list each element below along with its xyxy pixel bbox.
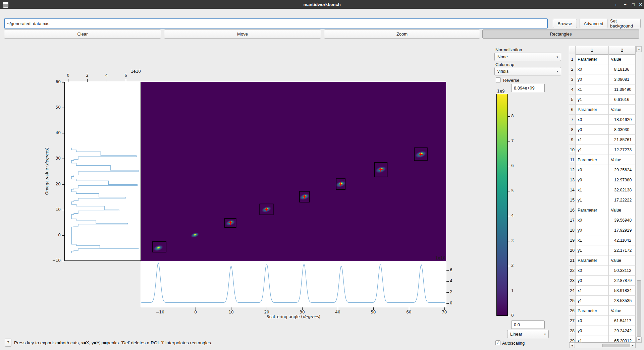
- table-row[interactable]: 25y128.53535: [569, 296, 636, 306]
- table-row[interactable]: 29x165.20312: [569, 336, 636, 342]
- parameter-cell[interactable]: x1: [576, 235, 609, 245]
- parameter-cell[interactable]: y1: [576, 296, 609, 306]
- value-cell[interactable]: 61.54117: [609, 316, 636, 326]
- parameter-cell[interactable]: y1: [576, 145, 609, 155]
- value-cell[interactable]: 8.18136: [609, 64, 636, 74]
- scroll-right-icon[interactable]: ▶: [630, 343, 636, 348]
- table-row[interactable]: 10y112.27273: [569, 145, 636, 155]
- parameter-cell[interactable]: Parameter: [576, 255, 609, 266]
- table-row[interactable]: 16ParameterValue: [569, 205, 636, 215]
- minimize-icon[interactable]: −: [621, 0, 629, 9]
- table-row[interactable]: 7x018.04620: [569, 115, 636, 125]
- file-path-input[interactable]: ~/generated_data.nxs: [4, 18, 548, 28]
- bottom-cut-plot[interactable]: [141, 262, 446, 307]
- colorbar-min-input[interactable]: 0.0: [511, 320, 545, 329]
- clear-button[interactable]: Clear: [4, 30, 161, 39]
- value-cell[interactable]: 17.22222: [609, 195, 636, 205]
- parameter-cell[interactable]: x1: [576, 185, 609, 195]
- colorbar-max-input[interactable]: 8.894e+09: [511, 84, 545, 92]
- parameter-cell[interactable]: x0: [576, 316, 609, 326]
- table-row[interactable]: 6ParameterValue: [569, 105, 636, 115]
- parameter-cell[interactable]: x1: [576, 84, 609, 95]
- value-cell[interactable]: 22.87879: [609, 276, 636, 286]
- parameter-cell[interactable]: x0: [576, 266, 609, 276]
- value-cell[interactable]: 18.04620: [609, 115, 636, 125]
- value-cell[interactable]: 32.02138: [609, 185, 636, 195]
- value-cell[interactable]: 42.11042: [609, 235, 636, 245]
- table-row[interactable]: 5y16.61616: [569, 95, 636, 105]
- value-cell[interactable]: 12.27273: [609, 145, 636, 155]
- value-cell[interactable]: 29.25624: [609, 165, 636, 175]
- help-button[interactable]: ?: [5, 339, 11, 347]
- value-cell[interactable]: 53.91834: [609, 286, 636, 296]
- close-icon[interactable]: ✕: [637, 0, 644, 9]
- table-vertical-scrollbar[interactable]: ▲ ▼: [636, 46, 642, 343]
- table-row[interactable]: 27x061.54117: [569, 316, 636, 326]
- parameter-cell[interactable]: y0: [576, 276, 609, 286]
- parameter-cell[interactable]: Parameter: [576, 205, 609, 215]
- reverse-checkbox[interactable]: [496, 77, 501, 82]
- parameter-cell[interactable]: y1: [576, 95, 609, 105]
- autoscaling-checkbox[interactable]: ✓: [495, 340, 500, 345]
- advanced-button[interactable]: Advanced: [580, 19, 607, 28]
- table-row[interactable]: 9x121.85761: [569, 135, 636, 145]
- raise-icon[interactable]: ↑: [612, 0, 620, 9]
- value-cell[interactable]: 65.20312: [609, 336, 636, 342]
- parameter-cell[interactable]: x0: [576, 64, 609, 74]
- table-row[interactable]: 2x08.18136: [569, 64, 636, 74]
- move-button[interactable]: Move: [164, 30, 321, 39]
- left-cut-plot[interactable]: [64, 82, 141, 261]
- value-cell[interactable]: 6.61616: [609, 95, 636, 105]
- rectangles-button[interactable]: Rectangles: [482, 30, 639, 39]
- parameter-cell[interactable]: y1: [576, 195, 609, 205]
- value-cell[interactable]: 28.53535: [609, 296, 636, 306]
- maximize-icon[interactable]: □: [629, 0, 637, 9]
- table-row[interactable]: 24x153.91834: [569, 286, 636, 296]
- heatmap-plot[interactable]: [141, 82, 446, 261]
- value-cell[interactable]: 50.33112: [609, 266, 636, 276]
- table-row[interactable]: 28y029.24242: [569, 326, 636, 336]
- scale-select[interactable]: Linear ▾: [507, 330, 549, 338]
- parameter-cell[interactable]: x1: [576, 286, 609, 296]
- parameter-cell[interactable]: x1: [576, 135, 609, 145]
- table-row[interactable]: 11ParameterValue: [569, 155, 636, 165]
- parameter-cell[interactable]: x0: [576, 165, 609, 175]
- normalization-select[interactable]: None ▾: [494, 53, 561, 61]
- value-cell[interactable]: 22.17172: [609, 245, 636, 255]
- parameter-cell[interactable]: y0: [576, 125, 609, 135]
- value-cell[interactable]: 12.97980: [609, 175, 636, 185]
- table-row[interactable]: 14x132.02138: [569, 185, 636, 195]
- value-cell[interactable]: 3.08081: [609, 74, 636, 84]
- table-row[interactable]: 15y117.22222: [569, 195, 636, 205]
- value-cell[interactable]: Value: [609, 205, 636, 215]
- parameter-cell[interactable]: y1: [576, 245, 609, 255]
- parameter-cell[interactable]: y0: [576, 175, 609, 185]
- parameter-table[interactable]: 1 2 1ParameterValue2x08.181363y03.080814…: [569, 46, 636, 343]
- parameter-cell[interactable]: Parameter: [576, 54, 609, 64]
- zoom-button[interactable]: Zoom: [324, 30, 480, 39]
- table-row[interactable]: 22x050.33112: [569, 266, 636, 276]
- table-row[interactable]: 21ParameterValue: [569, 255, 636, 266]
- table-row[interactable]: 8y08.03030: [569, 125, 636, 135]
- colormap-select[interactable]: viridis ▾: [494, 67, 561, 75]
- table-row[interactable]: 20y122.17172: [569, 245, 636, 255]
- parameter-cell[interactable]: Parameter: [576, 155, 609, 165]
- table-row[interactable]: 12x029.25624: [569, 165, 636, 175]
- value-cell[interactable]: Value: [609, 155, 636, 165]
- parameter-cell[interactable]: x0: [576, 115, 609, 125]
- table-row[interactable]: 19x142.11042: [569, 235, 636, 245]
- parameter-cell[interactable]: Parameter: [576, 105, 609, 115]
- value-cell[interactable]: 21.85761: [609, 135, 636, 145]
- table-horizontal-scrollbar[interactable]: ◀ ▶: [569, 343, 636, 348]
- value-cell[interactable]: 29.24242: [609, 326, 636, 336]
- table-row[interactable]: 3y03.08081: [569, 74, 636, 84]
- value-cell[interactable]: Value: [609, 306, 636, 316]
- value-cell[interactable]: 8.03030: [609, 125, 636, 135]
- parameter-cell[interactable]: x0: [576, 215, 609, 225]
- scrollbar-thumb[interactable]: [637, 280, 641, 337]
- parameter-cell[interactable]: x1: [576, 336, 609, 342]
- table-row[interactable]: 23y022.87879: [569, 276, 636, 286]
- scroll-left-icon[interactable]: ◀: [569, 343, 575, 348]
- value-cell[interactable]: Value: [609, 54, 636, 64]
- table-row[interactable]: 4x111.39490: [569, 84, 636, 95]
